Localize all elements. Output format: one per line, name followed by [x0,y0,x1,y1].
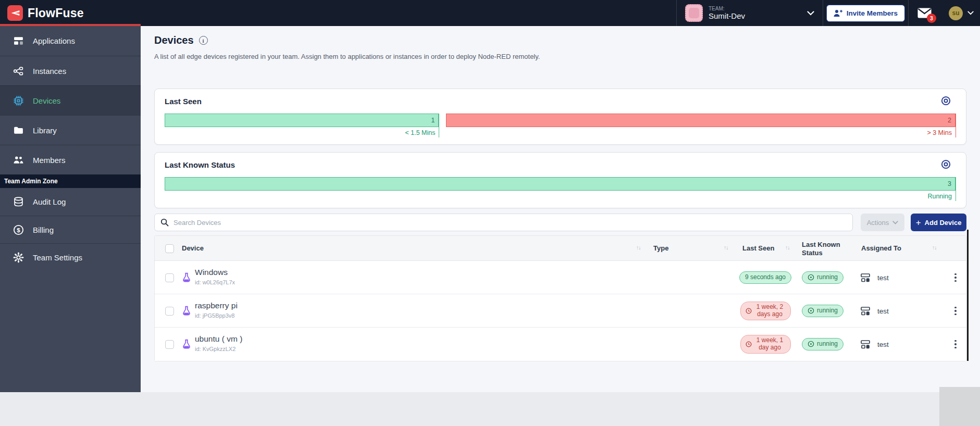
flowfuse-logo[interactable]: FlowFuse [0,5,84,21]
sidebar-item-members[interactable]: Members [0,145,141,174]
bar-value: 2 [446,114,956,127]
billing-dollar-icon: $ [13,224,24,235]
chevron-down-icon [807,8,814,18]
notifications-button[interactable]: 3 [908,0,940,26]
sidebar-item-audit-log[interactable]: Audit Log [0,188,141,216]
device-id: id: w0L26q7L7x [195,279,235,285]
sidebar-item-label: Members [33,156,66,165]
devices-toolbar: Actions + Add Device [141,214,980,231]
flowfuse-logo-icon [7,5,23,21]
team-admin-zone-header: Team Admin Zone [0,174,141,188]
invite-members-section: Invite Members [823,0,908,26]
sidebar: Applications Instances Devices Library M… [0,26,141,392]
card-title: Last Seen [165,97,956,106]
sidebar-item-team-settings[interactable]: Team Settings [0,243,141,271]
library-folder-icon [13,125,24,136]
column-header-last-seen: Last Seen [742,244,774,252]
device-flask-icon [181,272,192,283]
assigned-to-link[interactable]: test [860,294,889,328]
page-bottom-strip [0,392,980,426]
applications-icon [13,35,24,46]
add-device-button[interactable]: + Add Device [911,214,966,231]
select-all-checkbox[interactable] [165,244,174,253]
instances-icon [13,66,24,77]
sort-icon[interactable]: ↑↓ [636,244,641,250]
column-header-type: Type [653,244,668,252]
sidebar-item-library[interactable]: Library [0,115,141,145]
sidebar-item-label: Library [33,126,57,135]
device-name[interactable]: raspberry pi [195,301,238,310]
row-menu-kebab[interactable] [949,294,962,328]
status-bar-chart: 3 Running [165,177,956,201]
device-id: id: KvGpkzzLX2 [195,346,235,352]
bar-segment: 2 > 3 Mins [446,114,956,137]
members-icon [13,155,24,166]
sort-icon[interactable]: ↑↓ [785,244,790,250]
sidebar-item-applications[interactable]: Applications [0,26,141,56]
sort-icon[interactable]: ↑↓ [724,244,728,250]
running-icon [808,274,814,281]
avatar: su [949,6,963,20]
last-seen-card: Last Seen 1 < 1.5 Mins 2 > 3 Mins [154,89,966,145]
sidebar-item-label: Audit Log [33,197,66,206]
sidebar-item-instances[interactable]: Instances [0,56,141,85]
status-badge: running [802,305,843,317]
device-id: id: jPG5Bpp3v8 [195,312,234,319]
row-checkbox[interactable] [165,340,174,349]
device-name[interactable]: Windows [195,268,228,277]
row-checkbox[interactable] [165,273,174,282]
column-header-device: Device [182,244,204,252]
application-icon [860,339,871,349]
device-name[interactable]: ubuntu ( vm ) [195,334,242,344]
clock-icon [746,308,752,314]
column-header-last-known-status: Last Known Status [802,241,848,258]
table-scrollbar[interactable] [967,230,969,361]
scroll-corner [939,387,980,426]
sidebar-item-label: Instances [33,67,66,76]
user-menu[interactable]: su [940,0,980,26]
sidebar-item-label: Devices [33,96,60,105]
running-icon [808,341,814,347]
top-navbar: FlowFuse TEAM: Sumit-Dev Invite Members [0,0,980,26]
invite-members-button[interactable]: Invite Members [826,5,905,22]
page-title: Devices [154,34,194,46]
notification-badge: 3 [927,14,936,23]
table-header: Device ↑↓ Type ↑↓ Last Seen ↑↓ Last Know… [155,236,966,261]
chevron-down-icon [967,11,974,15]
invite-members-label: Invite Members [847,9,898,17]
bar-value: 3 [165,177,956,191]
search-icon [160,218,169,227]
row-checkbox[interactable] [165,307,174,316]
chevron-down-icon [892,221,898,224]
devices-table: Device ↑↓ Type ↑↓ Last Seen ↑↓ Last Know… [154,235,966,361]
sidebar-item-billing[interactable]: $ Billing [0,216,141,243]
team-avatar [685,4,703,22]
sort-icon[interactable]: ↑↓ [932,244,937,250]
eye-toggle-icon[interactable] [941,159,951,171]
bar-segment: 3 Running [165,177,956,201]
search-box [154,214,853,231]
actions-button[interactable]: Actions [861,214,904,231]
navbar-right-cluster: TEAM: Sumit-Dev Invite Members 3 su [676,0,980,26]
assigned-to-link[interactable]: test [860,328,889,361]
application-icon [860,306,871,316]
row-menu-kebab[interactable] [949,328,962,361]
brand-name: FlowFuse [28,6,84,20]
last-seen-badge: 9 seconds ago [739,271,791,284]
plus-icon: + [916,218,921,227]
assigned-to-link[interactable]: test [860,261,889,294]
search-input[interactable] [173,219,847,227]
audit-log-database-icon [13,196,24,207]
main-content: Devices A list of all edge devices regis… [141,26,980,392]
row-menu-kebab[interactable] [949,261,962,294]
info-icon[interactable] [199,36,208,45]
sidebar-item-devices[interactable]: Devices [0,85,141,115]
card-title: Last Known Status [165,160,956,169]
application-icon [860,272,871,283]
team-selector[interactable]: TEAM: Sumit-Dev [676,0,823,26]
settings-gear-icon [13,252,24,263]
sidebar-accent-line [0,24,141,26]
eye-toggle-icon[interactable] [941,96,951,108]
table-row: raspberry pi id: jPG5Bpp3v8 1 week, 2 da… [155,294,966,328]
devices-chip-icon [13,95,24,106]
